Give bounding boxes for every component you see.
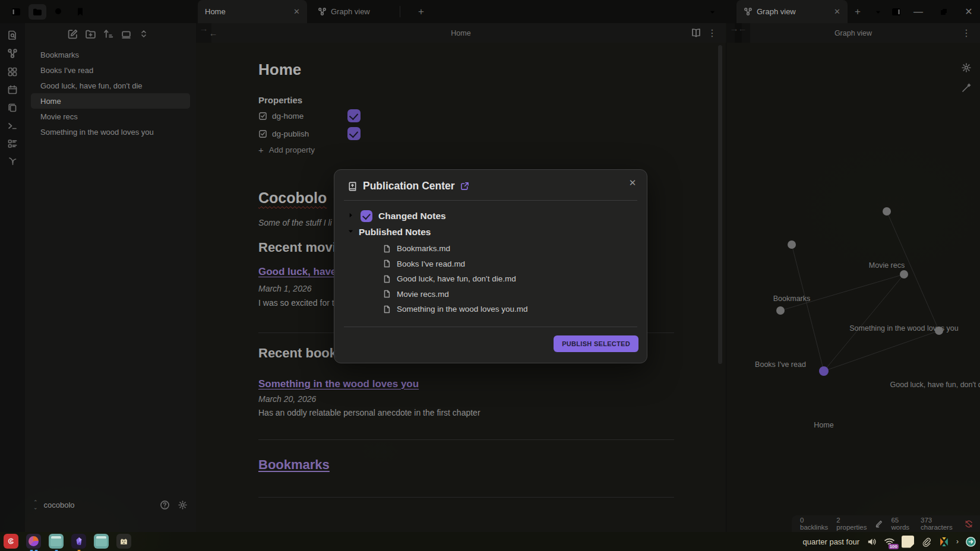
published-file-name: Something in the wood loves you.md — [397, 305, 528, 314]
cat-app-icon[interactable] — [116, 534, 131, 549]
obsidian-window: Home ✕ Graph view + Graph view ✕ + — — [0, 0, 980, 551]
file-icon — [382, 259, 391, 268]
publication-tree: Changed Notes Published Notes Bookmarks.… — [334, 201, 647, 317]
changed-notes-row[interactable]: Changed Notes — [347, 208, 634, 224]
published-notes-row[interactable]: Published Notes — [347, 224, 634, 240]
modal-title: Publication Center — [363, 180, 455, 192]
files-app-icon[interactable] — [49, 534, 64, 549]
logout-circle-icon[interactable] — [965, 536, 976, 547]
modal-close-icon[interactable]: ✕ — [627, 177, 638, 189]
debian-app-icon[interactable] — [4, 534, 18, 549]
obsidian-app-icon[interactable] — [71, 534, 86, 549]
published-file-row[interactable]: Bookmarks.md — [382, 241, 634, 256]
changed-notes-label: Changed Notes — [378, 211, 446, 221]
file-icon — [382, 244, 391, 253]
external-link-icon[interactable] — [460, 182, 469, 191]
tray-expand-chevron-icon[interactable]: › — [956, 537, 959, 546]
published-file-row[interactable]: Movie recs.md — [382, 287, 634, 302]
files-app-icon-2[interactable] — [94, 534, 109, 549]
published-file-name: Movie recs.md — [397, 290, 449, 299]
publish-selected-button[interactable]: PUBLISH SELECTED — [554, 335, 638, 352]
file-icon — [382, 305, 391, 314]
published-file-name: Books I've read.md — [397, 259, 465, 268]
file-icon — [382, 290, 391, 299]
paperclip-icon[interactable] — [921, 536, 932, 547]
taskbar-tray: quarter past four 100 › — [803, 532, 976, 551]
published-file-row[interactable]: Something in the wood loves you.md — [382, 302, 634, 317]
wifi-signal-badge: 100 — [889, 544, 899, 549]
clock[interactable]: quarter past four — [803, 537, 859, 546]
changed-notes-checkbox-checked[interactable] — [361, 210, 372, 222]
taskbar: quarter past four 100 › — [0, 532, 980, 551]
app-icon-misc[interactable] — [938, 536, 950, 547]
publication-center-modal: ✕ Publication Center Changed Notes — [334, 169, 647, 363]
published-file-name: Bookmarks.md — [397, 244, 450, 253]
firefox-app-icon[interactable] — [26, 534, 41, 549]
published-notes-label: Published Notes — [359, 227, 431, 238]
modal-footer-divider — [344, 327, 637, 327]
published-files-list: Bookmarks.md Books I've read.md Good luc… — [347, 240, 634, 317]
volume-icon[interactable] — [866, 536, 877, 547]
sticky-note-icon[interactable] — [902, 536, 914, 548]
modal-header: Publication Center — [334, 170, 647, 200]
published-file-name: Good luck, have fun, don't die.md — [397, 274, 516, 283]
wifi-icon[interactable]: 100 — [884, 536, 895, 547]
taskbar-apps — [4, 534, 131, 549]
publish-book-icon — [347, 181, 358, 191]
published-file-row[interactable]: Good luck, have fun, don't die.md — [382, 271, 634, 287]
file-icon — [382, 274, 391, 283]
published-file-row[interactable]: Books I've read.md — [382, 256, 634, 272]
chevron-right-icon[interactable] — [347, 212, 355, 220]
chevron-down-icon[interactable] — [347, 228, 355, 236]
